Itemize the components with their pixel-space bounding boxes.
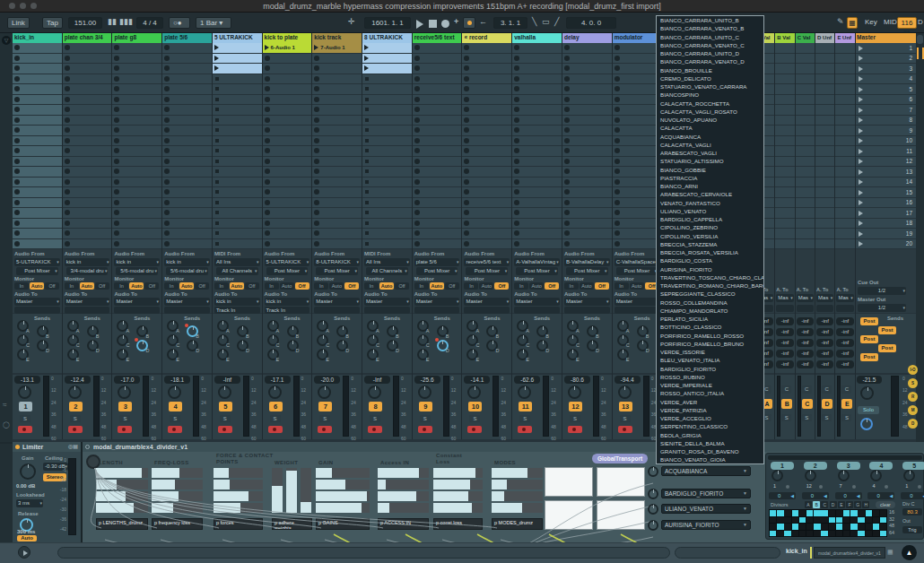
clip-slot[interactable] xyxy=(562,54,612,64)
scene-play-icon[interactable] xyxy=(859,87,863,92)
divisor-A-button[interactable]: A xyxy=(805,501,812,508)
clip-slot[interactable] xyxy=(312,239,362,249)
clip-slot[interactable] xyxy=(413,54,462,64)
clip-play-icon[interactable] xyxy=(265,45,269,50)
clip-slot[interactable] xyxy=(362,84,412,94)
slot-record-icon[interactable] xyxy=(564,86,570,91)
menu-item[interactable]: SIENITE_DELLA_BALMA xyxy=(657,439,763,447)
clip-slot[interactable] xyxy=(613,146,662,156)
multislider[interactable] xyxy=(433,480,483,489)
slot-record-icon[interactable] xyxy=(414,200,420,205)
step-cell[interactable] xyxy=(836,531,842,537)
multislider[interactable] xyxy=(378,468,429,478)
step-cell[interactable] xyxy=(873,524,879,530)
solo-button[interactable]: S xyxy=(519,415,530,422)
slot-record-icon[interactable] xyxy=(65,138,70,143)
clip-slot[interactable] xyxy=(112,229,161,238)
master-pan-knob[interactable] xyxy=(860,386,874,400)
io-extra-box[interactable] xyxy=(114,307,160,314)
play-button[interactable] xyxy=(416,20,423,29)
step-cell[interactable] xyxy=(836,517,842,524)
divider-knob[interactable] xyxy=(805,470,816,481)
return-slot[interactable] xyxy=(796,126,815,135)
multislider[interactable] xyxy=(378,480,429,489)
return-slot[interactable] xyxy=(796,157,815,167)
slot-record-icon[interactable] xyxy=(615,210,620,215)
clip-slot[interactable] xyxy=(462,208,511,218)
max-device-header[interactable]: modal_drumarblex4_divider_v1 xyxy=(83,442,924,452)
io-to-menu[interactable]: Master xyxy=(364,298,410,306)
time-signature-field[interactable]: 4 / 4 xyxy=(136,17,163,29)
clip-slot[interactable] xyxy=(613,74,662,84)
clip-slot[interactable] xyxy=(562,116,612,126)
track-header-4[interactable]: plate 5/6 xyxy=(162,33,212,43)
slot-record-icon[interactable] xyxy=(314,76,319,82)
return-slot[interactable] xyxy=(815,74,834,84)
slot-record-icon[interactable] xyxy=(164,127,170,133)
io-from-menu[interactable]: 5-ULTRAKICK xyxy=(265,258,310,266)
clip-slot[interactable] xyxy=(613,105,662,115)
volume-field[interactable]: -Inf xyxy=(214,376,240,384)
return-slot[interactable] xyxy=(815,64,834,74)
clip-slot[interactable] xyxy=(362,229,412,238)
slot-record-icon[interactable] xyxy=(65,210,70,215)
step-cell[interactable] xyxy=(821,510,827,516)
slot-record-icon[interactable] xyxy=(615,86,620,91)
return-slot[interactable] xyxy=(796,84,815,94)
return-send-field[interactable]: -inf xyxy=(816,350,833,358)
clip-slot[interactable] xyxy=(362,95,412,105)
device-view-toggle-icon[interactable]: ▦ xyxy=(887,549,893,556)
clip-slot[interactable] xyxy=(613,198,662,208)
div-value-field[interactable]: 80.3 xyxy=(902,508,922,515)
return-slot[interactable] xyxy=(796,116,815,126)
return-slot[interactable] xyxy=(796,208,815,218)
clip-slot[interactable] xyxy=(112,54,161,64)
clip-slot[interactable] xyxy=(562,208,612,218)
return-slot[interactable] xyxy=(835,126,854,135)
clip-slot[interactable] xyxy=(162,64,212,74)
clip-slot[interactable] xyxy=(512,146,562,156)
monitor-auto-button[interactable]: Auto xyxy=(280,282,294,290)
slot-record-icon[interactable] xyxy=(564,179,570,185)
return-solo-button[interactable]: S xyxy=(841,414,851,421)
clip-slot[interactable] xyxy=(613,178,662,187)
return-send-field[interactable]: -inf xyxy=(836,339,853,347)
slot-record-icon[interactable] xyxy=(114,97,119,102)
slot-record-icon[interactable] xyxy=(414,179,420,185)
slot-record-icon[interactable] xyxy=(164,148,170,153)
multislider[interactable] xyxy=(378,491,429,501)
return-slot[interactable] xyxy=(815,146,834,156)
clip-slot[interactable] xyxy=(613,54,662,64)
solo-button[interactable]: S xyxy=(119,415,130,422)
track-activator-button[interactable]: 2 xyxy=(69,402,83,411)
arm-button[interactable] xyxy=(118,426,132,433)
trig-field[interactable]: Trig xyxy=(902,526,922,533)
slot-record-icon[interactable] xyxy=(14,169,20,174)
step-cell[interactable] xyxy=(880,510,886,516)
monitor-auto-button[interactable]: Auto xyxy=(179,282,194,290)
release-auto-button[interactable]: Auto xyxy=(17,535,37,541)
divisor-B-button[interactable]: B xyxy=(813,501,820,508)
clip-slot[interactable] xyxy=(512,208,562,218)
scene-slot[interactable]: 6 xyxy=(855,95,916,105)
divisor-F-button[interactable]: F xyxy=(846,501,853,508)
step-cell[interactable] xyxy=(777,517,783,524)
track-header-10[interactable]: « record xyxy=(462,33,511,43)
clip-stop-icon[interactable] xyxy=(365,77,369,81)
io-from-menu[interactable]: B-ValhallaDelay xyxy=(564,258,610,266)
monitor-off-button[interactable]: Off xyxy=(295,282,309,290)
clip-slot[interactable] xyxy=(562,146,612,156)
slot-record-icon[interactable] xyxy=(464,127,469,133)
slot-record-icon[interactable] xyxy=(615,117,620,123)
pan-knob[interactable] xyxy=(368,385,381,399)
slot-record-icon[interactable] xyxy=(564,210,570,215)
arm-button[interactable] xyxy=(268,426,283,433)
track-activator-button[interactable]: 9 xyxy=(419,402,432,411)
clip-stop-icon[interactable] xyxy=(365,149,369,152)
return-send-field[interactable]: -inf xyxy=(816,328,833,336)
clip-slot[interactable] xyxy=(112,126,161,135)
slot-record-icon[interactable] xyxy=(514,65,519,71)
slot-record-icon[interactable] xyxy=(265,127,270,133)
clip-slot[interactable] xyxy=(162,126,212,135)
back-to-arrangement-icon[interactable]: ← xyxy=(479,17,487,26)
